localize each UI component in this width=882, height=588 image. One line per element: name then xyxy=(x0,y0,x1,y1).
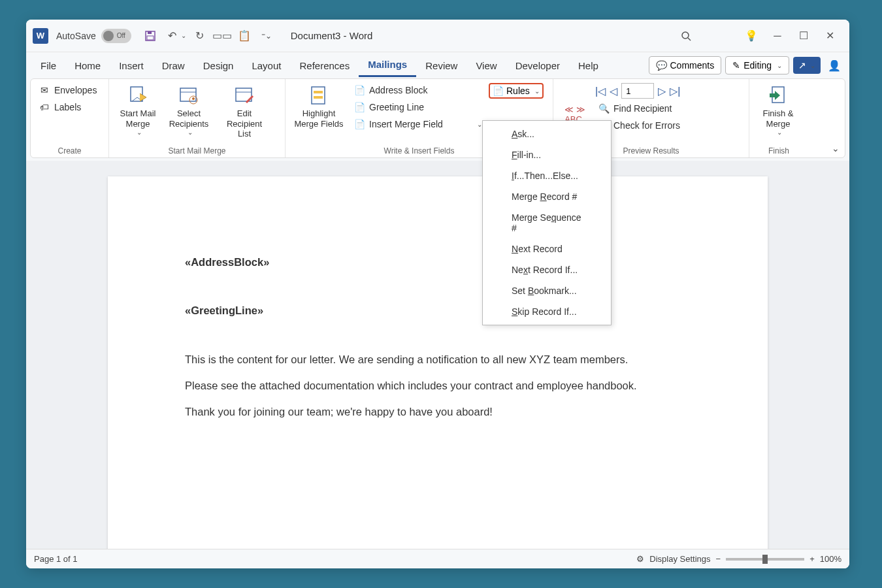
undo-caret[interactable]: ⌄ xyxy=(181,32,186,39)
share-button[interactable]: ↗ ⌄ xyxy=(793,57,821,74)
svg-line-4 xyxy=(688,38,691,41)
tab-help[interactable]: Help xyxy=(569,55,608,76)
pencil-icon: ✎ xyxy=(732,60,740,71)
start-mail-merge-button[interactable]: Start Mail Merge⌄ xyxy=(114,83,161,145)
address-block-button[interactable]: 📄 Address Block xyxy=(351,83,485,97)
last-record-button[interactable]: ▷| xyxy=(670,85,680,97)
body-para-1[interactable]: This is the content for our letter. We a… xyxy=(185,352,696,367)
minimize-button[interactable]: ─ xyxy=(764,23,791,49)
comments-button[interactable]: 💬 Comments xyxy=(649,56,722,74)
undo-button[interactable]: ↶ xyxy=(163,26,182,46)
page[interactable]: «AddressBlock» «GreetingLine» This is th… xyxy=(108,176,768,549)
tab-design[interactable]: Design xyxy=(194,55,243,76)
labels-button[interactable]: 🏷 Labels xyxy=(36,100,103,114)
autosave-state: Off xyxy=(117,32,125,39)
insert-field-icon: 📄 xyxy=(353,118,365,130)
record-nav: |◁ ◁ ▷ ▷| xyxy=(595,83,743,99)
ribbon: ✉ Envelopes 🏷 Labels Create Start Mail M… xyxy=(30,78,845,158)
next-record-button[interactable]: ▷ xyxy=(658,85,666,97)
rules-button[interactable]: 📄 Rules ⌄ xyxy=(489,83,544,99)
page-indicator[interactable]: Page 1 of 1 xyxy=(34,554,78,564)
tab-developer[interactable]: Developer xyxy=(506,55,569,76)
recipients-icon xyxy=(178,84,200,106)
zoom-out-button[interactable]: − xyxy=(716,554,721,564)
rules-dropdown: Ask...Fill-in...If...Then...Else...Merge… xyxy=(482,120,612,325)
first-record-button[interactable]: |◁ xyxy=(595,85,606,97)
rules-menu-item-3[interactable]: Merge Record # xyxy=(483,186,611,207)
document-area[interactable]: «AddressBlock» «GreetingLine» This is th… xyxy=(26,161,849,549)
address-block-field[interactable]: «AddressBlock» xyxy=(185,255,696,269)
body-para-2[interactable]: Please see the attached documentation wh… xyxy=(185,378,696,393)
tab-home[interactable]: Home xyxy=(65,55,110,76)
maximize-button[interactable]: ☐ xyxy=(791,23,817,49)
greeting-icon: 📄 xyxy=(353,101,365,113)
rules-menu-item-1[interactable]: Fill-in... xyxy=(483,144,611,165)
rules-menu-item-8[interactable]: Skip Record If... xyxy=(483,301,611,322)
group-finish-label: Finish xyxy=(755,145,803,155)
record-number-input[interactable] xyxy=(621,83,654,99)
highlight-merge-fields-button[interactable]: Highlight Merge Fields xyxy=(291,83,347,145)
tab-view[interactable]: View xyxy=(466,55,506,76)
insert-merge-field-button[interactable]: 📄 Insert Merge Field ⌄ xyxy=(351,117,485,131)
paste-qat-icon[interactable]: 📋 xyxy=(235,26,254,46)
document-title: Document3 - Word xyxy=(291,30,373,41)
zoom-level[interactable]: 100% xyxy=(820,554,841,564)
group-start-mail-merge-label: Start Mail Merge xyxy=(114,145,280,155)
redo-button[interactable]: ↻ xyxy=(190,26,210,46)
rules-menu-item-7[interactable]: Set Bookmark... xyxy=(483,280,611,301)
search-icon[interactable] xyxy=(673,23,699,49)
find-recipient-button[interactable]: 🔍 Find Recipient xyxy=(595,101,743,116)
finish-icon xyxy=(767,84,789,106)
greeting-line-field[interactable]: «GreetingLine» xyxy=(185,303,696,318)
tab-draw[interactable]: Draw xyxy=(153,55,194,76)
display-settings-icon[interactable]: ⚙ xyxy=(636,554,644,564)
titlebar: W AutoSave Off ↶ ⌄ ↻ ▭▭ 📋 ⁼⌄ Document3 -… xyxy=(26,20,849,52)
check-errors-button[interactable]: 📄 Check for Errors xyxy=(595,118,743,133)
editing-mode-button[interactable]: ✎ Editing ⌄ xyxy=(725,56,789,74)
svg-rect-1 xyxy=(148,31,152,34)
rules-menu-item-4[interactable]: Merge Sequence # xyxy=(483,207,611,238)
ribbon-tabs: File Home Insert Draw Design Layout Refe… xyxy=(26,52,849,78)
mail-merge-icon xyxy=(127,84,149,106)
autosave-toggle[interactable]: Off xyxy=(101,29,131,43)
lightbulb-icon[interactable]: 💡 xyxy=(738,23,764,49)
tab-review[interactable]: Review xyxy=(416,55,466,76)
body-para-3[interactable]: Thank you for joining our team; we're ha… xyxy=(185,404,696,419)
svg-rect-15 xyxy=(314,96,323,99)
tab-references[interactable]: References xyxy=(290,55,359,76)
label-icon: 🏷 xyxy=(39,101,50,113)
rules-icon: 📄 xyxy=(493,86,504,96)
svg-rect-14 xyxy=(314,91,323,93)
rules-menu-item-0[interactable]: Ask... xyxy=(483,123,611,144)
save-button[interactable] xyxy=(140,26,160,46)
zoom-slider[interactable] xyxy=(726,558,804,561)
rules-menu-item-5[interactable]: Next Record xyxy=(483,238,611,259)
group-create-label: Create xyxy=(36,145,103,155)
tab-layout[interactable]: Layout xyxy=(242,55,290,76)
svg-point-3 xyxy=(682,32,689,39)
svg-rect-2 xyxy=(147,36,154,40)
zoom-in-button[interactable]: + xyxy=(809,554,815,564)
display-settings-button[interactable]: Display Settings xyxy=(649,554,710,564)
address-block-icon: 📄 xyxy=(353,84,365,96)
finish-merge-button[interactable]: Finish & Merge⌄ xyxy=(755,83,802,145)
customize-qat-caret[interactable]: ⁼⌄ xyxy=(257,26,276,46)
rules-menu-item-2[interactable]: If...Then...Else... xyxy=(483,165,611,186)
chevron-down-icon: ⌄ xyxy=(777,62,782,69)
tab-file[interactable]: File xyxy=(31,55,65,76)
rules-menu-item-6[interactable]: Next Record If... xyxy=(483,259,611,280)
prev-record-button[interactable]: ◁ xyxy=(610,85,617,97)
collapse-ribbon-button[interactable]: ⌄ xyxy=(832,143,840,154)
collab-icon[interactable]: 👤 xyxy=(825,52,844,78)
select-recipients-button[interactable]: Select Recipients⌄ xyxy=(165,83,212,145)
view-reading-icon[interactable]: ▭▭ xyxy=(212,26,232,46)
edit-recipient-list-button[interactable]: Edit Recipient List xyxy=(216,83,272,145)
tab-mailings[interactable]: Mailings xyxy=(359,54,416,77)
greeting-line-button[interactable]: 📄 Greeting Line xyxy=(351,100,485,114)
autosave-label: AutoSave xyxy=(56,31,96,41)
envelope-icon: ✉ xyxy=(39,84,50,96)
edit-list-icon xyxy=(233,84,255,106)
tab-insert[interactable]: Insert xyxy=(110,55,153,76)
envelopes-button[interactable]: ✉ Envelopes xyxy=(36,83,103,97)
close-button[interactable]: ✕ xyxy=(817,23,843,49)
